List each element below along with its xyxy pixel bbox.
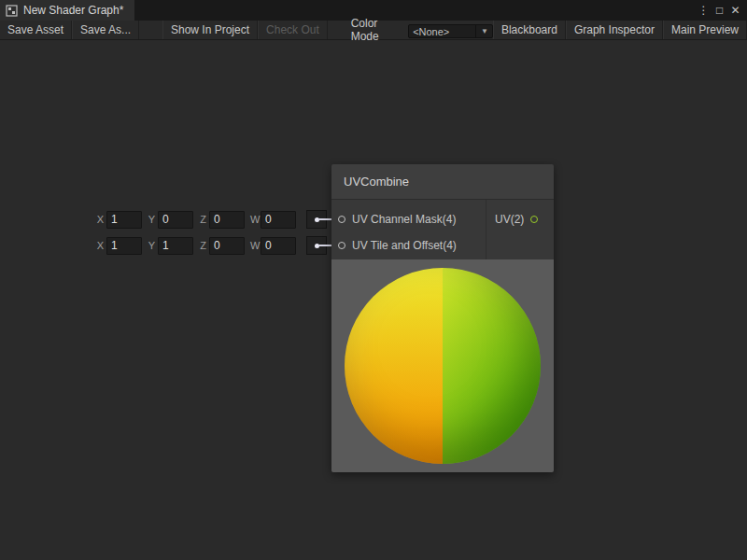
output-port-icon[interactable] (530, 216, 538, 223)
vector-field: X (96, 211, 142, 229)
show-in-project-button[interactable]: Show In Project (162, 21, 258, 39)
vector-input-z[interactable] (209, 211, 245, 229)
vector-input-w[interactable] (261, 211, 296, 229)
node-uvcombine[interactable]: UVCombine UV Channel Mask(4) UV Tile and… (331, 164, 554, 472)
vector-field: W (250, 211, 296, 229)
vector-input-z[interactable] (209, 237, 245, 255)
graph-canvas[interactable]: X Y Z W X Y Z (0, 40, 747, 560)
toolbar: Save Asset Save As... Show In Project Ch… (0, 21, 747, 40)
menu-icon[interactable]: ⋮ (696, 0, 712, 21)
vector4-editor-row-2: X Y Z W (96, 236, 327, 255)
vector4-editor-row-1: X Y Z W (96, 210, 327, 229)
output-port-label: UV(2) (495, 213, 524, 226)
tab-new-shader-graph[interactable]: New Shader Graph* (0, 0, 134, 21)
sphere-shading (345, 268, 541, 464)
vector-field: X (96, 237, 142, 255)
uv-preview-sphere (345, 268, 541, 464)
color-mode-label: Color Mode (351, 17, 402, 43)
node-title: UVCombine (344, 175, 409, 189)
vector-field: Y (148, 237, 193, 255)
node-title-bar[interactable]: UVCombine (331, 164, 554, 200)
close-icon[interactable]: ✕ (727, 0, 743, 21)
color-mode-dropdown[interactable]: <None> ▼ (408, 24, 493, 38)
check-out-button: Check Out (258, 21, 328, 39)
output-port-row: UV(2) (486, 206, 554, 232)
vector-input-y[interactable] (158, 211, 193, 229)
node-output-section: UV(2) (486, 200, 554, 259)
input-port-label: UV Tile and Offset(4) (352, 239, 457, 252)
input-port-label: UV Channel Mask(4) (352, 213, 456, 226)
shader-graph-icon (6, 5, 18, 17)
tab-title: New Shader Graph* (23, 4, 123, 17)
graph-inspector-toggle-button[interactable]: Graph Inspector (566, 21, 663, 39)
vector-input-y[interactable] (158, 237, 193, 255)
node-preview (331, 259, 554, 472)
maximize-icon[interactable]: □ (712, 0, 727, 21)
vector-input-x[interactable] (106, 237, 142, 255)
vector-input-x[interactable] (106, 211, 142, 229)
field-label-w: W (250, 214, 259, 225)
color-mode-control: Color Mode <None> ▼ (351, 21, 493, 39)
toolbar-gap (139, 21, 162, 39)
input-port-icon[interactable] (338, 242, 345, 249)
toolbar-gap (328, 21, 351, 39)
blackboard-toggle-button[interactable]: Blackboard (493, 21, 566, 39)
color-mode-value: <None> (413, 26, 449, 37)
field-label-x: X (96, 240, 105, 251)
field-label-z: Z (199, 214, 207, 225)
chevron-down-icon: ▼ (475, 25, 488, 37)
node-body: UV Channel Mask(4) UV Tile and Offset(4)… (331, 200, 554, 259)
vector-input-w[interactable] (261, 237, 296, 255)
main-preview-toggle-button[interactable]: Main Preview (663, 21, 747, 39)
window-controls: ⋮ □ ✕ (696, 0, 747, 21)
vector-field: Z (199, 211, 245, 229)
field-label-w: W (250, 240, 259, 251)
field-label-y: Y (148, 214, 156, 225)
save-as-button[interactable]: Save As... (72, 21, 139, 39)
field-label-z: Z (199, 240, 207, 251)
input-port-icon[interactable] (338, 216, 345, 223)
field-label-y: Y (148, 240, 156, 251)
vector-field: W (250, 237, 296, 255)
save-asset-button[interactable]: Save Asset (0, 21, 72, 39)
field-label-x: X (96, 214, 105, 225)
vector-field: Z (199, 237, 245, 255)
vector-field: Y (148, 211, 193, 229)
